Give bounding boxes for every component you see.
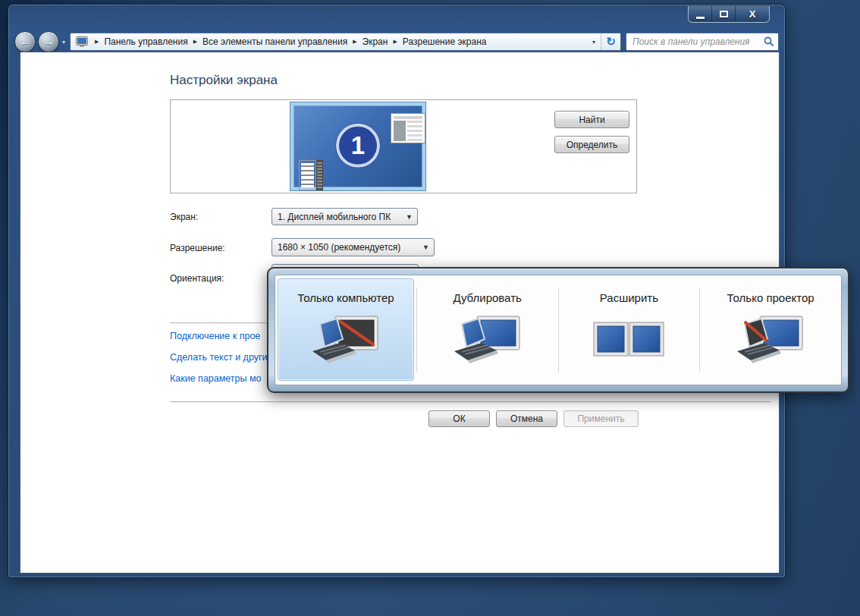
breadcrumb-display[interactable]: Экран	[363, 36, 388, 47]
laptop-on-monitor-off-icon	[309, 313, 382, 369]
desktop-window-thumbnail	[391, 113, 425, 143]
minimize-icon	[696, 17, 705, 19]
desktop-background: X ← → ▾ ▶ Панель управления ▶ Все элемен…	[0, 0, 860, 616]
mode-extend[interactable]: Расширить	[559, 275, 700, 385]
search-input[interactable]	[626, 33, 779, 51]
footer-divider	[170, 401, 771, 402]
page-title: Настройки экрана	[170, 73, 278, 88]
mode-computer-only[interactable]: Только компьютер	[275, 275, 416, 385]
find-button[interactable]: Найти	[554, 111, 629, 128]
forward-icon: →	[43, 36, 54, 48]
breadcrumb-all-items[interactable]: Все элементы панели управления	[202, 36, 347, 47]
breadcrumb-separator-icon: ▶	[188, 39, 202, 45]
breadcrumb-separator-icon: ▶	[388, 39, 402, 45]
close-button[interactable]: X	[736, 6, 769, 22]
monitor-number-badge: 1	[336, 124, 380, 168]
breadcrumb-control-panel[interactable]: Панель управления	[104, 36, 187, 47]
projector-mode-switcher: Только компьютер	[267, 267, 849, 393]
laptop-on-monitor-on-icon	[451, 313, 524, 369]
chevron-down-icon: ▼	[406, 212, 413, 220]
apply-button: Применить	[563, 410, 639, 427]
dual-monitors-icon	[592, 313, 665, 369]
recent-pages-dropdown[interactable]: ▾	[62, 39, 65, 46]
address-dropdown-icon[interactable]: ▾	[587, 39, 601, 46]
search-icon[interactable]	[764, 36, 774, 50]
close-icon: X	[749, 8, 756, 20]
maximize-icon	[720, 11, 728, 17]
back-icon: ←	[20, 36, 30, 48]
refresh-icon[interactable]: ↻	[601, 33, 620, 50]
search-box	[626, 33, 779, 51]
laptop-off-monitor-on-icon	[734, 313, 807, 369]
monitor-preview-area: 1 Найти Определить	[170, 99, 637, 193]
back-button[interactable]: ←	[14, 31, 36, 52]
maximize-button[interactable]	[712, 6, 736, 22]
orientation-field-label: Ориентация:	[170, 273, 224, 284]
minimize-button[interactable]	[689, 6, 712, 22]
chevron-down-icon: ▼	[422, 244, 429, 251]
window-controls: X	[688, 6, 770, 23]
make-text-larger-link[interactable]: Сделать текст и други	[170, 352, 268, 363]
breadcrumb-separator-icon: ▶	[347, 39, 362, 45]
desktop-gadget-thumbnail	[299, 160, 323, 190]
breadcrumb-separator-icon: ▶	[89, 39, 104, 45]
resolution-select[interactable]: 1680 × 1050 (рекомендуется)▼	[271, 238, 435, 256]
resolution-field-label: Разрешение:	[170, 243, 225, 253]
ok-button[interactable]: ОК	[428, 410, 490, 427]
mode-duplicate[interactable]: Дублировать	[417, 275, 558, 385]
identify-button[interactable]: Определить	[554, 136, 629, 153]
forward-button[interactable]: →	[38, 31, 59, 52]
display-field-label: Экран:	[170, 212, 198, 222]
connect-projector-link[interactable]: Подключение к прое	[170, 331, 260, 341]
mode-projector-only[interactable]: Только проектор	[700, 275, 841, 385]
display-icon	[76, 36, 88, 47]
monitor-1-preview[interactable]: 1	[290, 102, 425, 190]
cancel-button[interactable]: Отмена	[496, 410, 557, 427]
what-settings-link[interactable]: Какие параметры мо	[170, 373, 262, 384]
address-bar[interactable]: ▶ Панель управления ▶ Все элементы панел…	[70, 33, 621, 51]
display-select[interactable]: 1. Дисплей мобильного ПК▼	[271, 208, 418, 225]
breadcrumb-screen-resolution[interactable]: Разрешение экрана	[403, 36, 487, 47]
projector-mode-list: Только компьютер	[275, 275, 842, 385]
